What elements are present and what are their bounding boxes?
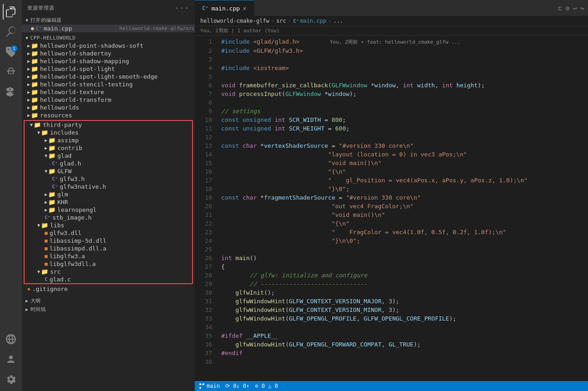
status-sync[interactable]: ⟳ 0↓ 0↑ xyxy=(225,383,249,389)
dll-file-icon: ■ xyxy=(45,238,48,244)
project-section[interactable]: ▼ CPP-HELLOWORLD xyxy=(22,34,195,42)
line-number: 34 xyxy=(195,323,218,331)
breadcrumb-symbol[interactable]: ... xyxy=(333,18,343,24)
debug-icon[interactable] xyxy=(3,64,19,80)
line-content: glfwWindowHint(GLFW_CONTEXT_VERSION_MINO… xyxy=(218,306,588,314)
chevron-icon: ▶ xyxy=(45,200,47,205)
open-editors-chevron: ▼ xyxy=(25,18,29,23)
accounts-icon[interactable] xyxy=(3,351,19,367)
folder-assimp[interactable]: ▶ 📁 assimp xyxy=(25,136,192,144)
line-number: 4 xyxy=(195,64,218,72)
folder-helloworld-shadertoy[interactable]: ▶ 📁 helloworld-shadertoy xyxy=(22,50,195,57)
gear-icon[interactable]: ⚙ xyxy=(566,5,569,12)
redo-icon[interactable]: ↪ xyxy=(581,5,584,12)
file-gitignore[interactable]: ◆ .gitignore xyxy=(22,285,195,293)
file-glfw3-dll[interactable]: ■ glfw3.dll xyxy=(25,229,192,237)
line-number: 32 xyxy=(195,306,218,314)
file-libassimpd[interactable]: ■ libassimpd.dll.a xyxy=(25,245,192,252)
file-libassimp[interactable]: ■ libassimp-5d.dll xyxy=(25,237,192,245)
open-file-main-cpp[interactable]: ● C⁺ main.cpp helloworld-cmake-glfw/src xyxy=(22,25,195,32)
h-file-icon: C⁺ xyxy=(52,176,58,182)
folder-label: glad xyxy=(57,152,192,159)
line-number: 31 xyxy=(195,297,218,306)
file-glfw3-h[interactable]: C⁺ glfw3.h xyxy=(25,175,192,183)
code-line-28: 28 // glfw: initialize and configure xyxy=(195,271,588,280)
open-editors-section[interactable]: ▼ 打开的编辑器 xyxy=(22,16,195,25)
chevron-icon: ▶ xyxy=(27,82,30,87)
code-line-3: 3 xyxy=(195,55,588,64)
breadcrumb-project[interactable]: helloworld-cmake-glfw xyxy=(200,18,269,24)
breadcrumb-file[interactable]: C⁺main.cpp xyxy=(293,18,326,24)
line-content: "}\0"; xyxy=(218,185,588,193)
extensions-icon[interactable] xyxy=(3,84,19,100)
tab-main-cpp[interactable]: C⁺ main.cpp ✕ xyxy=(195,0,254,16)
line-content: glfwWindowHint(GLFW_CONTEXT_VERSION_MAJO… xyxy=(218,297,588,306)
code-editor[interactable]: 1 #include <glad/glad.h> You, 2周前 • feat… xyxy=(195,35,588,381)
folder-helloworld-spot-light-smooth-edge[interactable]: ▶ 📁 helloworld-spot-light-smooth-edge xyxy=(22,73,195,80)
folder-helloworld-stencil-testing[interactable]: ▶ 📁 helloworld-stencil-testing xyxy=(22,80,195,88)
dll-file-icon: ■ xyxy=(45,246,48,251)
line-number: 23 xyxy=(195,228,218,236)
git-icon[interactable]: 1 xyxy=(3,44,19,60)
folder-third-party[interactable]: ▼ 📁 third-party xyxy=(25,121,192,129)
folder-includes[interactable]: ▼ 📁 includes xyxy=(25,129,192,136)
folder-glad[interactable]: ▼ 📁 glad xyxy=(25,152,192,160)
folder-label: helloworld-spot-light-smooth-edge xyxy=(40,73,195,80)
folder-helloworlds[interactable]: ▶ 📁 helloworlds xyxy=(22,104,195,111)
folder-contrib[interactable]: ▶ 📁 contrib xyxy=(25,144,192,152)
folder-helloworld-texture[interactable]: ▶ 📁 helloworld-texture xyxy=(22,88,195,96)
folder-libs[interactable]: ▼ 📁 libs xyxy=(25,221,192,229)
folder-resources[interactable]: ▶ 📁 resources xyxy=(22,111,195,119)
split-editor-icon[interactable]: ⊏ xyxy=(558,5,562,12)
folder-learnopengl[interactable]: ▶ 📁 learnopengl xyxy=(25,206,192,214)
outline-section[interactable]: ▶ 大纲 xyxy=(22,296,195,305)
line-number: 27 xyxy=(195,262,218,271)
folder-khr[interactable]: ▶ 📁 KHR xyxy=(25,198,192,206)
tab-close-icon[interactable]: ✕ xyxy=(243,5,246,12)
folder-helloworld-transform[interactable]: ▶ 📁 helloworld-transform xyxy=(22,96,195,104)
git-blame-bar: You, 2周前 | 1 author (You) xyxy=(195,26,588,35)
sidebar-more-icon[interactable]: ··· xyxy=(175,4,189,12)
folder-icon: 📁 xyxy=(31,104,38,111)
breadcrumb-src[interactable]: src xyxy=(276,18,286,24)
file-libglfw3dll[interactable]: ■ libglfw3dll.a xyxy=(25,260,192,268)
folder-src[interactable]: ▼ 📁 src xyxy=(25,268,192,276)
folder-label: helloworld-transform xyxy=(40,96,195,103)
remote-icon[interactable] xyxy=(3,331,19,347)
file-glad-h[interactable]: C⁺ glad.h xyxy=(25,160,192,167)
status-branch[interactable]: main xyxy=(198,383,220,389)
chevron-icon: ▼ xyxy=(30,122,33,127)
file-libglfw3[interactable]: ■ libglfw3.a xyxy=(25,252,192,260)
line-number: 33 xyxy=(195,314,218,323)
line-number: 30 xyxy=(195,288,218,297)
chevron-icon: ▶ xyxy=(27,66,30,71)
line-number: 8 xyxy=(195,98,218,107)
code-line-36: 36 glfwWindowHint(GLFW_OPENGL_FORWARD_CO… xyxy=(195,340,588,349)
code-line-20: 20 "out vec4 FragColor;\n" xyxy=(195,202,588,211)
folder-icon: 📁 xyxy=(48,191,56,198)
folder-helloworld-shadow-mapping[interactable]: ▶ 📁 helloworld-shadow-mapping xyxy=(22,57,195,65)
folder-icon: 📁 xyxy=(48,137,56,144)
timeline-section[interactable]: ▶ 时间线 xyxy=(22,305,195,314)
settings-icon[interactable] xyxy=(3,371,19,387)
dll-file-icon: ■ xyxy=(45,253,48,259)
chevron-icon: ▼ xyxy=(45,169,47,174)
line-number: 29 xyxy=(195,280,218,288)
line-number: 35 xyxy=(195,331,218,340)
file-label: libglfw3.a xyxy=(50,253,192,260)
file-glad-c[interactable]: C glad.c xyxy=(25,276,192,283)
folder-label: learnopengl xyxy=(57,206,192,213)
folder-helloworld-point-shadows-soft[interactable]: ▶ 📁 helloworld-point-shadows-soft xyxy=(22,42,195,50)
file-label: glfw3native.h xyxy=(60,183,192,190)
folder-helloworld-spot-light[interactable]: ▶ 📁 helloworld-spot-light xyxy=(22,65,195,73)
files-icon[interactable] xyxy=(3,4,19,20)
tab-bar: C⁺ main.cpp ✕ ⊏ ⚙ ↩ ↪ xyxy=(195,0,588,16)
folder-glm[interactable]: ▶ 📁 glm xyxy=(25,190,192,198)
folder-glfw[interactable]: ▼ 📁 GLFW xyxy=(25,167,192,175)
undo-icon[interactable]: ↩ xyxy=(573,5,577,12)
search-icon[interactable] xyxy=(3,24,19,40)
tab-bar-actions: ⊏ ⚙ ↩ ↪ xyxy=(554,0,588,16)
file-stb-image-h[interactable]: C⁺ stb_image.h xyxy=(25,214,192,221)
line-content: "{\n" xyxy=(218,219,588,228)
file-glfw3native-h[interactable]: C⁺ glfw3native.h xyxy=(25,183,192,190)
